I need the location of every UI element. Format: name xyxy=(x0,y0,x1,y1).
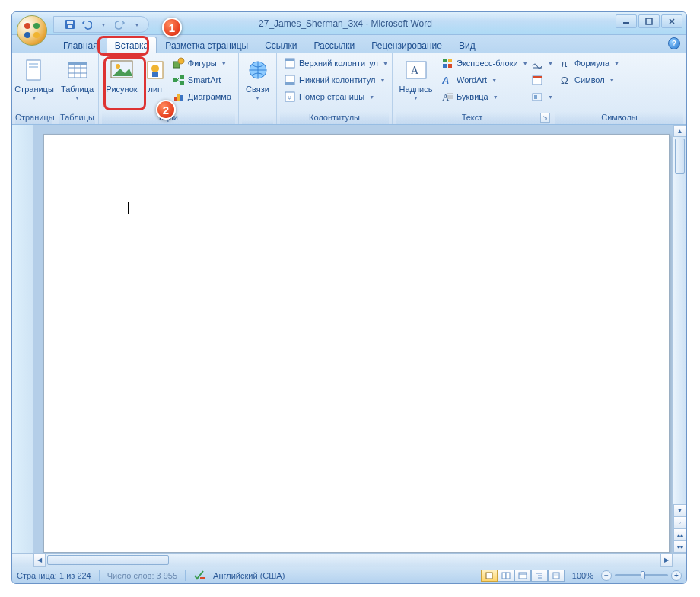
svg-rect-37 xyxy=(285,59,294,61)
tab-page-layout[interactable]: Разметка страницы xyxy=(157,37,256,53)
tab-review[interactable]: Рецензирование xyxy=(363,37,450,53)
header-button[interactable]: Верхний колонтитул▼ xyxy=(280,55,389,72)
undo-icon[interactable] xyxy=(80,18,94,31)
group-pages: Страницы ▼ Страницы xyxy=(12,53,56,124)
svg-rect-32 xyxy=(174,97,177,101)
svg-rect-64 xyxy=(519,573,527,579)
svg-rect-61 xyxy=(486,573,492,579)
wordart-button[interactable]: A WordArt▼ xyxy=(438,72,527,88)
view-web-layout[interactable] xyxy=(514,570,531,582)
minimize-button[interactable] xyxy=(616,14,637,28)
view-reading[interactable] xyxy=(498,570,514,582)
quickparts-button[interactable]: Экспресс-блоки▼ xyxy=(438,55,527,72)
svg-point-21 xyxy=(116,64,120,69)
object-button[interactable]: ▼ xyxy=(529,88,549,105)
textbox-button[interactable]: A Надпись ▼ xyxy=(396,55,436,111)
pages-button[interactable]: Страницы ▼ xyxy=(15,55,53,111)
select-browse-object[interactable]: ◦ xyxy=(673,516,686,528)
signature-icon xyxy=(531,57,543,69)
window-controls xyxy=(616,14,682,28)
shapes-icon xyxy=(173,57,185,69)
header-icon xyxy=(284,57,296,69)
scroll-down-button[interactable]: ▼ xyxy=(673,504,686,516)
next-page-button[interactable]: ▾▾ xyxy=(673,541,686,553)
zoom-level[interactable]: 100% xyxy=(572,571,593,580)
scroll-h-track[interactable] xyxy=(46,554,660,567)
tab-view[interactable]: Вид xyxy=(450,37,484,53)
status-page[interactable]: Страница: 1 из 224 xyxy=(17,571,91,580)
svg-rect-29 xyxy=(180,81,184,85)
links-button[interactable]: Связи ▼ xyxy=(242,55,273,120)
tab-mailings[interactable]: Рассылки xyxy=(305,37,363,53)
clipart-icon xyxy=(142,57,168,83)
hyperlink-icon xyxy=(245,57,271,83)
help-button[interactable]: ? xyxy=(668,37,680,49)
qat-customize-icon[interactable]: ▼ xyxy=(130,18,144,31)
tab-references[interactable]: Ссылки xyxy=(256,37,305,53)
picture-button[interactable]: Рисунок xyxy=(102,55,142,111)
group-tables: Таблица ▼ Таблицы xyxy=(56,53,99,124)
office-button[interactable] xyxy=(17,15,47,46)
view-outline[interactable] xyxy=(531,570,548,582)
zoom-thumb[interactable] xyxy=(641,571,645,579)
group-text-label: Текст xyxy=(396,111,549,124)
svg-rect-13 xyxy=(29,66,38,68)
save-icon[interactable] xyxy=(63,18,77,31)
svg-text:A: A xyxy=(411,65,419,76)
date-time-button[interactable] xyxy=(529,72,549,88)
annotation-badge-2: 2 xyxy=(156,100,176,120)
prev-page-button[interactable]: ▴▴ xyxy=(673,528,686,541)
status-language[interactable]: Английский (США) xyxy=(213,571,285,580)
dropcap-button[interactable]: A Буквица▼ xyxy=(438,88,527,105)
page-viewport[interactable]: ▲ ▼ ◦ ▴▴ ▾▾ xyxy=(33,125,686,553)
symbol-button[interactable]: Ω Символ▼ xyxy=(555,72,683,88)
page-number-button[interactable]: # Номер страницы▼ xyxy=(280,88,389,105)
status-word-count[interactable]: Число слов: 3 955 xyxy=(107,571,177,580)
scroll-right-button[interactable]: ▶ xyxy=(660,554,673,567)
vertical-scrollbar[interactable]: ▲ ▼ ◦ ▴▴ ▾▾ xyxy=(673,125,686,553)
table-label: Таблица xyxy=(61,85,94,94)
scroll-left-button[interactable]: ◀ xyxy=(33,554,46,567)
tab-insert[interactable]: Вставка xyxy=(107,37,158,53)
scroll-h-thumb[interactable] xyxy=(47,555,169,565)
redo-icon[interactable] xyxy=(113,18,127,31)
view-print-layout[interactable] xyxy=(481,570,498,582)
signature-line-button[interactable]: ▼ xyxy=(529,55,549,72)
table-button[interactable]: Таблица ▼ xyxy=(59,55,95,111)
scroll-v-thumb[interactable] xyxy=(675,139,685,174)
svg-rect-33 xyxy=(177,94,180,101)
footer-button[interactable]: Нижний колонтитул▼ xyxy=(280,72,389,88)
group-pages-label: Страницы xyxy=(15,111,52,124)
maximize-button[interactable] xyxy=(638,14,660,28)
text-dialog-launcher[interactable] xyxy=(540,113,550,123)
tab-home[interactable]: Главная xyxy=(55,37,107,53)
svg-rect-47 xyxy=(448,64,452,68)
pages-label: Страницы xyxy=(14,85,54,94)
zoom-track[interactable] xyxy=(615,574,668,576)
view-draft[interactable] xyxy=(548,570,565,582)
vertical-ruler[interactable] xyxy=(12,125,33,553)
svg-rect-19 xyxy=(68,62,87,65)
svg-rect-12 xyxy=(29,63,38,65)
table-icon xyxy=(65,57,91,83)
svg-point-26 xyxy=(178,58,184,64)
zoom-in-button[interactable]: + xyxy=(671,570,682,581)
close-button[interactable] xyxy=(661,14,682,28)
scroll-v-track[interactable] xyxy=(673,137,686,504)
undo-dropdown-icon[interactable]: ▼ xyxy=(97,18,110,31)
symbols-col: π Формула▼ Ω Символ▼ xyxy=(555,55,683,111)
page[interactable] xyxy=(43,134,670,553)
spellcheck-icon[interactable] xyxy=(193,570,205,582)
clipart-label: лип xyxy=(148,85,163,94)
equation-button[interactable]: π Формула▼ xyxy=(555,55,683,72)
chart-button[interactable]: Диаграмма xyxy=(169,88,235,105)
smartart-button[interactable]: SmartArt xyxy=(169,72,235,88)
horizontal-scrollbar[interactable]: ◀ ▶ xyxy=(12,553,686,567)
zoom-out-button[interactable]: − xyxy=(601,570,612,581)
shapes-button[interactable]: Фигуры▼ xyxy=(169,55,235,72)
svg-rect-28 xyxy=(180,75,184,79)
zoom-slider: − + xyxy=(601,570,682,581)
links-label: Связи xyxy=(246,85,269,94)
titlebar: ▼ ▼ 27_James_Sherman_3x4 - Microsoft Wor… xyxy=(12,12,686,35)
scroll-up-button[interactable]: ▲ xyxy=(673,125,686,137)
